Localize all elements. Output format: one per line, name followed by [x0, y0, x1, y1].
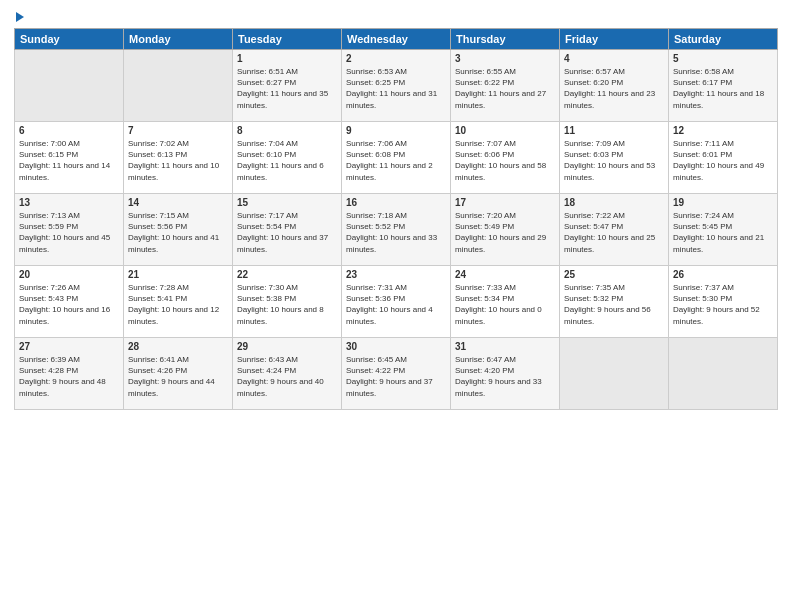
day-number: 14: [128, 197, 228, 208]
calendar-cell: [669, 338, 778, 410]
calendar-cell: 1Sunrise: 6:51 AMSunset: 6:27 PMDaylight…: [233, 50, 342, 122]
header-row: SundayMondayTuesdayWednesdayThursdayFrid…: [15, 29, 778, 50]
calendar-cell: 8Sunrise: 7:04 AMSunset: 6:10 PMDaylight…: [233, 122, 342, 194]
day-detail: Sunrise: 7:26 AMSunset: 5:43 PMDaylight:…: [19, 282, 119, 327]
day-detail: Sunrise: 7:28 AMSunset: 5:41 PMDaylight:…: [128, 282, 228, 327]
calendar-cell: 21Sunrise: 7:28 AMSunset: 5:41 PMDayligh…: [124, 266, 233, 338]
day-number: 4: [564, 53, 664, 64]
day-number: 6: [19, 125, 119, 136]
calendar-cell: 29Sunrise: 6:43 AMSunset: 4:24 PMDayligh…: [233, 338, 342, 410]
logo-text: [14, 10, 24, 22]
day-number: 20: [19, 269, 119, 280]
day-header: Thursday: [451, 29, 560, 50]
day-detail: Sunrise: 7:07 AMSunset: 6:06 PMDaylight:…: [455, 138, 555, 183]
calendar-cell: 19Sunrise: 7:24 AMSunset: 5:45 PMDayligh…: [669, 194, 778, 266]
day-detail: Sunrise: 6:39 AMSunset: 4:28 PMDaylight:…: [19, 354, 119, 399]
day-number: 9: [346, 125, 446, 136]
day-detail: Sunrise: 6:53 AMSunset: 6:25 PMDaylight:…: [346, 66, 446, 111]
calendar-cell: 10Sunrise: 7:07 AMSunset: 6:06 PMDayligh…: [451, 122, 560, 194]
calendar-cell: [124, 50, 233, 122]
day-detail: Sunrise: 7:30 AMSunset: 5:38 PMDaylight:…: [237, 282, 337, 327]
day-number: 17: [455, 197, 555, 208]
day-number: 31: [455, 341, 555, 352]
calendar-cell: 28Sunrise: 6:41 AMSunset: 4:26 PMDayligh…: [124, 338, 233, 410]
day-number: 29: [237, 341, 337, 352]
day-detail: Sunrise: 7:18 AMSunset: 5:52 PMDaylight:…: [346, 210, 446, 255]
day-number: 5: [673, 53, 773, 64]
day-number: 27: [19, 341, 119, 352]
day-detail: Sunrise: 6:41 AMSunset: 4:26 PMDaylight:…: [128, 354, 228, 399]
day-number: 8: [237, 125, 337, 136]
calendar-cell: 18Sunrise: 7:22 AMSunset: 5:47 PMDayligh…: [560, 194, 669, 266]
calendar-cell: 2Sunrise: 6:53 AMSunset: 6:25 PMDaylight…: [342, 50, 451, 122]
calendar-cell: 17Sunrise: 7:20 AMSunset: 5:49 PMDayligh…: [451, 194, 560, 266]
day-detail: Sunrise: 7:24 AMSunset: 5:45 PMDaylight:…: [673, 210, 773, 255]
day-detail: Sunrise: 7:31 AMSunset: 5:36 PMDaylight:…: [346, 282, 446, 327]
calendar-cell: 23Sunrise: 7:31 AMSunset: 5:36 PMDayligh…: [342, 266, 451, 338]
calendar-cell: 14Sunrise: 7:15 AMSunset: 5:56 PMDayligh…: [124, 194, 233, 266]
day-detail: Sunrise: 7:20 AMSunset: 5:49 PMDaylight:…: [455, 210, 555, 255]
logo-arrow-icon: [16, 12, 24, 22]
day-detail: Sunrise: 7:04 AMSunset: 6:10 PMDaylight:…: [237, 138, 337, 183]
calendar-cell: 13Sunrise: 7:13 AMSunset: 5:59 PMDayligh…: [15, 194, 124, 266]
day-header: Wednesday: [342, 29, 451, 50]
day-detail: Sunrise: 6:55 AMSunset: 6:22 PMDaylight:…: [455, 66, 555, 111]
calendar-cell: 15Sunrise: 7:17 AMSunset: 5:54 PMDayligh…: [233, 194, 342, 266]
calendar-cell: 11Sunrise: 7:09 AMSunset: 6:03 PMDayligh…: [560, 122, 669, 194]
day-number: 12: [673, 125, 773, 136]
calendar-cell: 16Sunrise: 7:18 AMSunset: 5:52 PMDayligh…: [342, 194, 451, 266]
day-number: 24: [455, 269, 555, 280]
day-header: Tuesday: [233, 29, 342, 50]
day-number: 22: [237, 269, 337, 280]
day-detail: Sunrise: 7:15 AMSunset: 5:56 PMDaylight:…: [128, 210, 228, 255]
calendar-cell: 20Sunrise: 7:26 AMSunset: 5:43 PMDayligh…: [15, 266, 124, 338]
day-number: 7: [128, 125, 228, 136]
day-number: 10: [455, 125, 555, 136]
calendar-cell: 22Sunrise: 7:30 AMSunset: 5:38 PMDayligh…: [233, 266, 342, 338]
day-detail: Sunrise: 7:09 AMSunset: 6:03 PMDaylight:…: [564, 138, 664, 183]
day-number: 2: [346, 53, 446, 64]
day-detail: Sunrise: 7:35 AMSunset: 5:32 PMDaylight:…: [564, 282, 664, 327]
day-header: Saturday: [669, 29, 778, 50]
day-detail: Sunrise: 6:45 AMSunset: 4:22 PMDaylight:…: [346, 354, 446, 399]
calendar-cell: 24Sunrise: 7:33 AMSunset: 5:34 PMDayligh…: [451, 266, 560, 338]
day-detail: Sunrise: 7:13 AMSunset: 5:59 PMDaylight:…: [19, 210, 119, 255]
calendar-cell: 31Sunrise: 6:47 AMSunset: 4:20 PMDayligh…: [451, 338, 560, 410]
calendar-cell: 27Sunrise: 6:39 AMSunset: 4:28 PMDayligh…: [15, 338, 124, 410]
calendar-cell: 3Sunrise: 6:55 AMSunset: 6:22 PMDaylight…: [451, 50, 560, 122]
calendar-week-row: 6Sunrise: 7:00 AMSunset: 6:15 PMDaylight…: [15, 122, 778, 194]
calendar-cell: 7Sunrise: 7:02 AMSunset: 6:13 PMDaylight…: [124, 122, 233, 194]
day-number: 16: [346, 197, 446, 208]
calendar-cell: [560, 338, 669, 410]
calendar-cell: 5Sunrise: 6:58 AMSunset: 6:17 PMDaylight…: [669, 50, 778, 122]
calendar-cell: 9Sunrise: 7:06 AMSunset: 6:08 PMDaylight…: [342, 122, 451, 194]
day-detail: Sunrise: 7:22 AMSunset: 5:47 PMDaylight:…: [564, 210, 664, 255]
day-number: 26: [673, 269, 773, 280]
calendar-cell: 6Sunrise: 7:00 AMSunset: 6:15 PMDaylight…: [15, 122, 124, 194]
day-number: 11: [564, 125, 664, 136]
day-number: 21: [128, 269, 228, 280]
day-number: 23: [346, 269, 446, 280]
calendar-cell: 12Sunrise: 7:11 AMSunset: 6:01 PMDayligh…: [669, 122, 778, 194]
day-detail: Sunrise: 7:37 AMSunset: 5:30 PMDaylight:…: [673, 282, 773, 327]
day-detail: Sunrise: 6:57 AMSunset: 6:20 PMDaylight:…: [564, 66, 664, 111]
day-detail: Sunrise: 7:00 AMSunset: 6:15 PMDaylight:…: [19, 138, 119, 183]
day-detail: Sunrise: 6:43 AMSunset: 4:24 PMDaylight:…: [237, 354, 337, 399]
day-number: 19: [673, 197, 773, 208]
calendar-cell: 4Sunrise: 6:57 AMSunset: 6:20 PMDaylight…: [560, 50, 669, 122]
calendar-cell: [15, 50, 124, 122]
day-detail: Sunrise: 7:11 AMSunset: 6:01 PMDaylight:…: [673, 138, 773, 183]
day-detail: Sunrise: 7:17 AMSunset: 5:54 PMDaylight:…: [237, 210, 337, 255]
day-detail: Sunrise: 6:47 AMSunset: 4:20 PMDaylight:…: [455, 354, 555, 399]
day-header: Monday: [124, 29, 233, 50]
day-number: 1: [237, 53, 337, 64]
calendar-week-row: 1Sunrise: 6:51 AMSunset: 6:27 PMDaylight…: [15, 50, 778, 122]
calendar-week-row: 20Sunrise: 7:26 AMSunset: 5:43 PMDayligh…: [15, 266, 778, 338]
calendar-week-row: 27Sunrise: 6:39 AMSunset: 4:28 PMDayligh…: [15, 338, 778, 410]
day-detail: Sunrise: 6:51 AMSunset: 6:27 PMDaylight:…: [237, 66, 337, 111]
logo: [14, 10, 24, 22]
day-detail: Sunrise: 6:58 AMSunset: 6:17 PMDaylight:…: [673, 66, 773, 111]
calendar-week-row: 13Sunrise: 7:13 AMSunset: 5:59 PMDayligh…: [15, 194, 778, 266]
day-number: 3: [455, 53, 555, 64]
calendar-cell: 26Sunrise: 7:37 AMSunset: 5:30 PMDayligh…: [669, 266, 778, 338]
